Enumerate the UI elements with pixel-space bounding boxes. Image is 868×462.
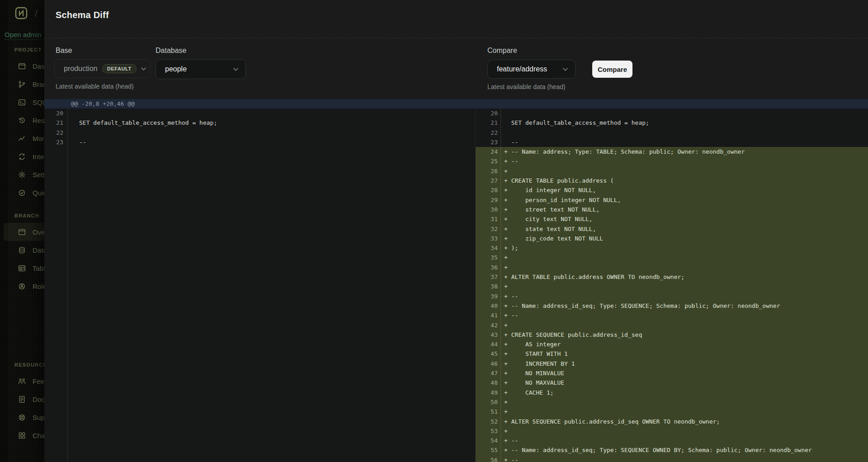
line-text: + [498,407,508,416]
line-text: + START WITH 1 [498,349,568,358]
line-number: 25 [476,156,498,166]
diff-line: 53+ [476,426,868,436]
databases-icon [18,246,26,254]
neon-logo-icon[interactable] [15,7,28,20]
line-number: 44 [476,339,498,349]
hunk-header: @@ -20,8 +20,46 @@ [44,99,868,108]
line-number: 56 [476,455,498,462]
line-number: 53 [476,426,498,436]
support-icon [18,414,26,421]
diff-line: 25+ -- [476,156,868,166]
line-number: 45 [476,349,498,358]
line-number: 21 [476,118,498,127]
compare-meta: Latest available data (head) [487,83,566,90]
diff-line: 31+ city text NOT NULL, [476,214,868,224]
line-number: 22 [476,128,498,137]
line-number: 52 [476,417,498,426]
diff-line: 24+ -- Name: address; Type: TABLE; Schem… [476,147,868,156]
diff-line: 55+ -- Name: address_id_seq; Type: SEQUE… [476,445,868,455]
diff-line: 23 -- [476,137,868,147]
compare-button[interactable]: Compare [592,61,632,78]
integrations-icon [18,153,26,160]
line-number: 26 [476,166,498,176]
line-text: + zip_code text NOT NULL [498,234,603,243]
open-admin-link[interactable]: Open admin [5,31,42,40]
line-number: 27 [476,176,498,185]
chevron-down-icon [233,68,238,71]
line-text [63,108,79,118]
diff-line: 32+ state text NOT NULL, [476,224,868,234]
line-text: + ALTER SEQUENCE public.address_id_seq O… [498,417,720,426]
line-number: 47 [476,368,498,378]
diff-line: 27+ CREATE TABLE public.address ( [476,176,868,185]
line-number: 37 [476,272,498,282]
line-text: + CREATE TABLE public.address ( [498,176,614,185]
diff-line: 42+ [476,321,868,330]
diff-line: 44+ AS integer [476,339,868,349]
settings-icon [18,171,26,179]
restore-icon [18,117,26,124]
diff-line: 22 [44,128,475,137]
line-text: + -- Name: address_id_seq; Type: SEQUENC… [498,445,812,455]
diff-pane-compare: 2021 SET default_table_access_method = h… [475,108,868,462]
roles-icon [18,283,26,290]
diff-line: 49+ CACHE 1; [476,388,868,397]
line-number: 20 [476,108,498,118]
default-badge: DEFAULT [102,64,137,73]
line-text: + [498,321,508,330]
line-text: + -- Name: address_id_seq; Type: SEQUENC… [498,301,780,311]
line-text: + CREATE SEQUENCE public.address_id_seq [498,330,642,339]
diff-line: 40+ -- Name: address_id_seq; Type: SEQUE… [476,301,868,311]
line-text: + INCREMENT BY 1 [498,359,575,368]
database-value: people [165,65,187,73]
changelog-icon [18,432,26,439]
database-select[interactable]: people [156,59,246,79]
logo-row: / [15,7,38,20]
line-text: + [498,263,508,272]
line-text [498,128,504,137]
line-text: + -- [498,455,518,462]
branches-icon [18,80,26,88]
line-number: 29 [476,195,498,205]
line-text: + -- [498,292,518,301]
line-text: + [498,426,508,436]
compare-branch-value: feature/address [497,65,547,73]
line-number: 23 [44,137,63,147]
diff-line: 28+ id integer NOT NULL, [476,185,868,195]
line-number: 46 [476,359,498,368]
diff-line: 43+ CREATE SEQUENCE public.address_id_se… [476,330,868,339]
diff-line: 34+ ); [476,243,868,253]
compare-branch-select[interactable]: feature/address [487,60,576,79]
line-text: + AS integer [498,339,561,349]
base-meta: Latest available data (head) [56,83,134,90]
line-text: SET default_table_access_method = heap; [498,118,649,127]
diff-line: 39+ -- [476,292,868,301]
docs-icon [18,396,26,403]
line-text: + state text NOT NULL, [498,224,596,234]
line-text: + [498,397,508,407]
line-number: 30 [476,205,498,214]
line-text: + -- Name: address; Type: TABLE; Schema:… [498,147,745,156]
line-text: + id integer NOT NULL, [498,185,596,195]
line-number: 38 [476,282,498,291]
line-number: 51 [476,407,498,416]
line-text: -- [498,137,518,147]
diff-line: 52+ ALTER SEQUENCE public.address_id_seq… [476,417,868,426]
base-label: Base [56,47,72,55]
line-text: + ); [498,243,518,253]
line-number: 55 [476,445,498,455]
diff-line: 21SET default_table_access_method = heap… [44,118,475,127]
line-number: 24 [476,147,498,156]
line-number: 40 [476,301,498,311]
line-text: + -- [498,311,518,320]
line-number: 21 [44,118,63,127]
line-text: SET default_table_access_method = heap; [63,118,217,127]
diff-line: 46+ INCREMENT BY 1 [476,359,868,368]
line-number: 49 [476,388,498,397]
diff-line: 23-- [44,137,475,147]
diff-line: 35+ [476,253,868,262]
page-title: Schema Diff [56,10,109,20]
base-branch-select[interactable]: production DEFAULT [54,59,151,78]
compare-label: Compare [487,47,517,55]
breadcrumb-slash: / [35,8,38,19]
